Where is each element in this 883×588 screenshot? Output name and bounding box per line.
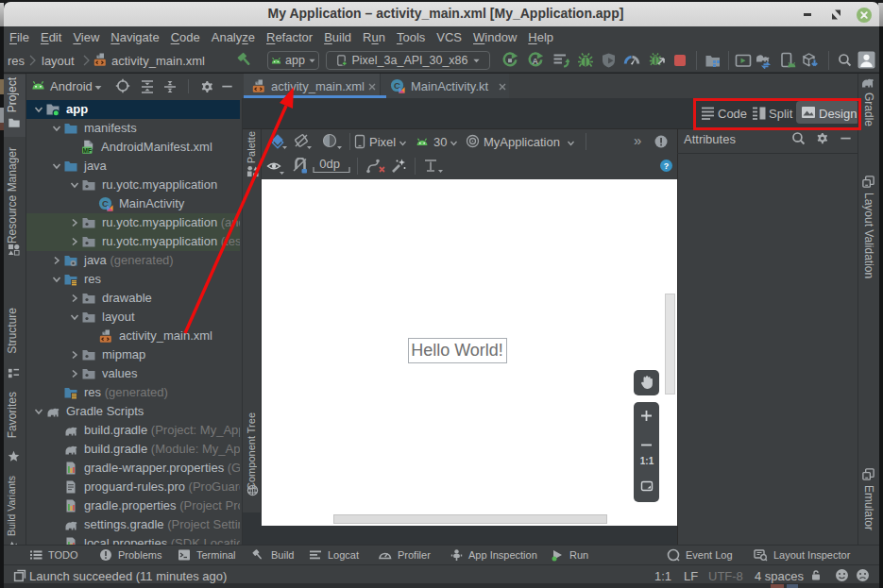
svg-text:?: ? — [664, 161, 670, 171]
svg-text:A: A — [532, 57, 538, 66]
